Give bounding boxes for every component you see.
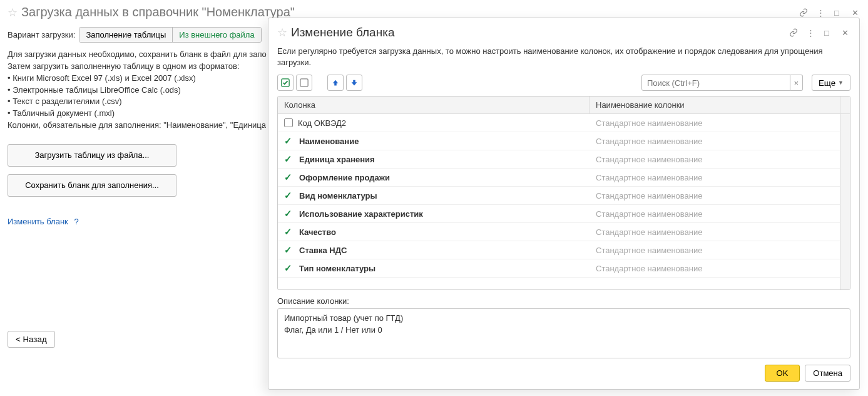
check-icon[interactable]: ✓ — [284, 190, 294, 201]
edit-blank-link[interactable]: Изменить бланк — [8, 217, 68, 226]
svg-rect-1 — [300, 79, 308, 86]
kebab-icon[interactable]: ⋮ — [807, 28, 815, 37]
td-naming[interactable]: Стандартное наименование — [590, 264, 840, 273]
move-up-button[interactable] — [327, 75, 344, 91]
table-body: Код ОКВЭД2Стандартное наименование✓Наиме… — [278, 114, 840, 289]
table-row[interactable]: ✓Вид номенклатурыСтандартное наименовани… — [278, 187, 840, 205]
td-column: Код ОКВЭД2 — [278, 118, 590, 128]
td-naming[interactable]: Стандартное наименование — [590, 191, 840, 201]
vertical-scrollbar[interactable] — [840, 114, 850, 289]
td-column: ✓Тип номенклатуры — [278, 263, 590, 274]
edit-blank-modal: ☆ Изменение бланка ⋮ □ ✕ Если регулярно … — [268, 18, 860, 390]
maximize-icon[interactable]: □ — [824, 28, 833, 37]
check-icon[interactable]: ✓ — [284, 263, 294, 274]
modal-description: Если регулярно требуется загрузка данных… — [277, 46, 850, 68]
save-blank-button[interactable]: Сохранить бланк для заполнения... — [8, 174, 176, 197]
column-desc-label: Описание колонки: — [277, 296, 850, 306]
table-row[interactable]: ✓Оформление продажиСтандартное наименова… — [278, 169, 840, 187]
search-box: × — [641, 75, 803, 91]
row-name-label: Ставка НДС — [299, 246, 347, 255]
desc-line: Импортный товар (учет по ГТД) — [284, 313, 844, 324]
check-group — [277, 75, 312, 91]
td-column: ✓Единица хранения — [278, 154, 590, 165]
table-row[interactable]: ✓НаименованиеСтандартное наименование — [278, 132, 840, 150]
edit-blank-row: Изменить бланк ? — [8, 204, 79, 226]
search-input[interactable] — [641, 75, 790, 91]
seg-fill-table[interactable]: Заполнение таблицы — [79, 28, 172, 42]
modal-footer: OK Отмена — [277, 365, 850, 382]
load-from-file-button[interactable]: Загрузить таблицу из файла... — [8, 144, 176, 167]
check-icon[interactable]: ✓ — [284, 226, 294, 237]
modal-header-icons: ⋮ □ ✕ — [789, 28, 850, 37]
star-icon[interactable]: ☆ — [277, 26, 287, 39]
clear-search-button[interactable]: × — [790, 75, 803, 91]
table-row[interactable]: ✓Тип номенклатурыСтандартное наименовани… — [278, 259, 840, 278]
row-name-label: Использование характеристик — [299, 209, 423, 219]
uncheck-all-button[interactable] — [296, 75, 312, 91]
check-icon[interactable]: ✓ — [284, 244, 294, 256]
desc-line: Флаг, Да или 1 / Нет или 0 — [284, 325, 844, 336]
td-column: ✓Ставка НДС — [278, 244, 590, 256]
checkbox-empty-icon[interactable] — [284, 118, 293, 127]
star-icon[interactable]: ☆ — [8, 6, 18, 19]
back-button[interactable]: < Назад — [8, 331, 55, 348]
table-row[interactable]: Код ОКВЭД2Стандартное наименование — [278, 114, 840, 132]
td-naming[interactable]: Стандартное наименование — [590, 155, 840, 164]
table-head: Колонка Наименование колонки — [278, 96, 850, 114]
check-icon[interactable]: ✓ — [284, 154, 294, 165]
row-name-label: Вид номенклатуры — [299, 191, 377, 201]
row-name-label: Код ОКВЭД2 — [298, 118, 346, 128]
check-all-button[interactable] — [277, 75, 294, 91]
td-naming[interactable]: Стандартное наименование — [590, 118, 840, 128]
check-icon[interactable]: ✓ — [284, 208, 294, 219]
check-icon[interactable]: ✓ — [284, 135, 294, 147]
modal-header: ☆ Изменение бланка ⋮ □ ✕ — [277, 26, 850, 39]
close-icon[interactable]: ✕ — [842, 28, 850, 37]
table-row[interactable]: ✓Единица храненияСтандартное наименовани… — [278, 150, 840, 169]
help-icon[interactable]: ? — [74, 217, 78, 226]
chevron-down-icon: ▼ — [838, 80, 844, 86]
scroll-header — [840, 96, 850, 113]
kebab-icon[interactable]: ⋮ — [817, 8, 825, 17]
move-down-button[interactable] — [346, 75, 362, 91]
th-column[interactable]: Колонка — [278, 96, 590, 113]
columns-table: Колонка Наименование колонки Код ОКВЭД2С… — [277, 96, 850, 290]
td-column: ✓Наименование — [278, 135, 590, 147]
bg-title: Загрузка данных в справочник "Номенклату… — [21, 5, 295, 19]
link-icon[interactable] — [799, 8, 808, 17]
row-name-label: Качество — [299, 227, 336, 237]
modal-title: Изменение бланка — [291, 26, 394, 39]
td-naming[interactable]: Стандартное наименование — [590, 173, 840, 182]
table-row[interactable]: ✓Использование характеристикСтандартное … — [278, 205, 840, 223]
row-name-label: Наименование — [299, 137, 359, 146]
td-column: ✓Вид номенклатуры — [278, 190, 590, 201]
column-desc-box[interactable]: Импортный товар (учет по ГТД) Флаг, Да и… — [277, 308, 850, 358]
row-name-label: Оформление продажи — [299, 173, 390, 182]
row-name-label: Тип номенклатуры — [299, 264, 375, 273]
ok-button[interactable]: OK — [765, 365, 800, 382]
close-icon[interactable]: ✕ — [852, 8, 860, 17]
td-naming[interactable]: Стандартное наименование — [590, 209, 840, 219]
row-name-label: Единица хранения — [299, 155, 375, 164]
toolbar: × Еще ▼ — [277, 75, 850, 91]
td-column: ✓Качество — [278, 226, 590, 237]
bg-header-icons: ⋮ □ ✕ — [799, 8, 860, 17]
seg-from-file[interactable]: Из внешнего файла — [172, 28, 260, 42]
th-column-name[interactable]: Наименование колонки — [590, 96, 840, 113]
td-column: ✓Использование характеристик — [278, 208, 590, 219]
table-row[interactable]: ✓КачествоСтандартное наименование — [278, 223, 840, 241]
td-naming[interactable]: Стандартное наименование — [590, 227, 840, 237]
more-label: Еще — [819, 78, 835, 88]
move-group — [327, 75, 362, 91]
td-column: ✓Оформление продажи — [278, 172, 590, 183]
link-icon[interactable] — [789, 28, 798, 37]
variant-label: Вариант загрузки: — [8, 30, 75, 39]
td-naming[interactable]: Стандартное наименование — [590, 246, 840, 255]
maximize-icon[interactable]: □ — [834, 8, 843, 17]
table-row[interactable]: ✓Ставка НДССтандартное наименование — [278, 241, 840, 259]
check-icon[interactable]: ✓ — [284, 172, 294, 183]
more-button[interactable]: Еще ▼ — [812, 75, 850, 91]
variant-toggle: Заполнение таблицы Из внешнего файла — [79, 27, 261, 43]
cancel-button[interactable]: Отмена — [805, 365, 850, 382]
td-naming[interactable]: Стандартное наименование — [590, 137, 840, 146]
